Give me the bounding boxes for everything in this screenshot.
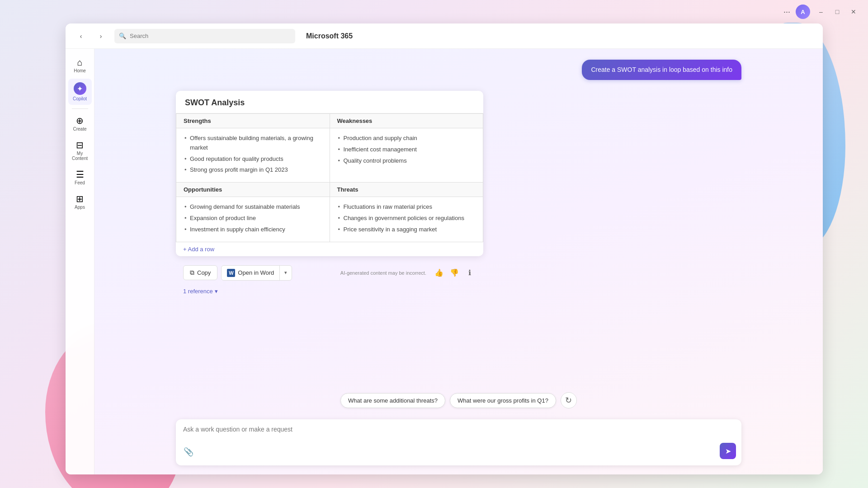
main-content: Create a SWOT analysis in loop based on … — [94, 49, 823, 474]
sidebar-label-feed: Feed — [75, 180, 85, 185]
list-item: Production and supply chain — [337, 134, 476, 143]
swot-card: SWOT Analysis Strengths Weaknesses — [176, 91, 483, 256]
input-area: 📎 ➤ — [94, 414, 823, 474]
strengths-cell: Offers sustainable building materials, a… — [176, 128, 330, 183]
minimize-button[interactable]: – — [816, 6, 826, 17]
card-actions: ⧉ Copy W Open in Word ▾ — [176, 262, 483, 286]
sidebar-label-create: Create — [73, 127, 86, 131]
search-icon: 🔍 — [119, 33, 126, 39]
suggestion-chip-1[interactable]: What were our gross profits in Q1? — [450, 393, 556, 408]
title-bar: ··· A – □ ✕ — [0, 0, 868, 23]
list-item: Inefficient cost management — [337, 145, 476, 155]
window-topbar: ‹ › 🔍 Microsoft 365 — [66, 23, 823, 49]
list-item: Good reputation for quality products — [184, 155, 322, 164]
user-message: Create a SWOT analysis in loop based on … — [582, 60, 741, 80]
open-in-word-button[interactable]: W Open in Word ▾ — [221, 265, 292, 281]
feedback-icons: AI-generated content may be incorrect. 👍… — [340, 267, 476, 279]
open-word-label: Open in Word — [238, 269, 274, 276]
sidebar-item-my-content[interactable]: ⊟ My Content — [68, 137, 92, 164]
swot-title: SWOT Analysis — [176, 91, 483, 113]
sidebar-item-copilot[interactable]: ✦ Copilot — [68, 79, 92, 105]
copy-icon: ⧉ — [190, 269, 194, 277]
sidebar-item-feed[interactable]: ☰ Feed — [68, 166, 92, 189]
nav-forward-button[interactable]: › — [94, 30, 107, 42]
list-item: Quality control problems — [337, 156, 476, 166]
strengths-header: Strengths — [176, 114, 330, 128]
word-icon: W — [227, 269, 235, 277]
more-options-button[interactable]: ··· — [783, 7, 790, 17]
reference-chevron-icon: ▾ — [215, 288, 218, 295]
reference-row[interactable]: 1 reference ▾ — [176, 286, 483, 300]
reference-label: 1 reference — [183, 288, 213, 295]
swot-table: Strengths Weaknesses Offers sustainable … — [176, 113, 483, 242]
window-body: ⌂ Home ✦ Copilot ⊕ Create ⊟ My Content ☰… — [66, 49, 823, 474]
refresh-suggestions-button[interactable]: ↻ — [561, 392, 577, 408]
input-row — [176, 419, 741, 441]
threats-header: Threats — [330, 183, 483, 197]
sidebar-item-create[interactable]: ⊕ Create — [68, 113, 92, 135]
ai-disclaimer: AI-generated content may be incorrect. — [340, 270, 426, 276]
sidebar-label-copilot: Copilot — [73, 96, 87, 101]
close-button[interactable]: ✕ — [848, 6, 859, 17]
strengths-list: Offers sustainable building materials, a… — [184, 134, 322, 175]
sidebar: ⌂ Home ✦ Copilot ⊕ Create ⊟ My Content ☰… — [66, 49, 94, 474]
sidebar-divider — [72, 108, 88, 109]
main-window: ‹ › 🔍 Microsoft 365 ⌂ Home ✦ Copilot ⊕ C… — [66, 23, 823, 474]
avatar-initial: A — [801, 9, 805, 15]
chat-input[interactable] — [176, 419, 741, 439]
list-item: Investment in supply chain efficiency — [184, 225, 322, 235]
search-input[interactable] — [130, 33, 291, 39]
send-button[interactable]: ➤ — [720, 443, 736, 459]
list-item: Expansion of product line — [184, 214, 322, 223]
open-word-chevron[interactable]: ▾ — [280, 267, 292, 279]
weaknesses-cell: Production and supply chain Inefficient … — [330, 128, 483, 183]
weaknesses-list: Production and supply chain Inefficient … — [337, 134, 476, 165]
feed-icon: ☰ — [76, 170, 84, 179]
chat-area: Create a SWOT analysis in loop based on … — [94, 49, 823, 387]
list-item: Fluctuations in raw material prices — [337, 202, 476, 212]
suggestion-chip-0[interactable]: What are some additional threats? — [340, 393, 445, 408]
maximize-button[interactable]: □ — [832, 6, 843, 17]
home-icon: ⌂ — [77, 58, 82, 67]
thumbs-up-button[interactable]: 👍 — [433, 267, 445, 279]
input-bottom: 📎 ➤ — [176, 441, 741, 465]
sidebar-label-home: Home — [74, 68, 86, 73]
sidebar-label-my-content: My Content — [70, 151, 90, 161]
threats-list: Fluctuations in raw material prices Chan… — [337, 202, 476, 234]
add-row-button[interactable]: + Add a row — [176, 242, 483, 256]
list-item: Price sensitivity in a sagging market — [337, 225, 476, 235]
info-button[interactable]: ℹ — [463, 267, 476, 279]
action-btn-group: ⧉ Copy W Open in Word ▾ — [183, 265, 292, 281]
opportunities-header: Opportunities — [176, 183, 330, 197]
opportunities-list: Growing demand for sustainable materials… — [184, 202, 322, 234]
nav-back-button[interactable]: ‹ — [75, 30, 87, 42]
title-bar-actions: ··· A – □ ✕ — [783, 5, 859, 19]
suggestions: What are some additional threats? What w… — [94, 387, 823, 414]
attach-button[interactable]: 📎 — [181, 445, 196, 459]
copy-button[interactable]: ⧉ Copy — [183, 265, 217, 280]
open-word-main[interactable]: W Open in Word — [222, 266, 280, 280]
list-item: Changes in government policies or regula… — [337, 214, 476, 223]
list-item: Offers sustainable building materials, a… — [184, 134, 322, 153]
copilot-icon: ✦ — [74, 82, 86, 95]
list-item: Growing demand for sustainable materials — [184, 202, 322, 212]
create-icon: ⊕ — [76, 116, 84, 125]
apps-icon: ⊞ — [76, 194, 84, 203]
ai-response: SWOT Analysis Strengths Weaknesses — [176, 91, 483, 300]
input-field-wrap — [176, 419, 741, 441]
thumbs-down-button[interactable]: 👎 — [448, 267, 461, 279]
weaknesses-header: Weaknesses — [330, 114, 483, 128]
input-box: 📎 ➤ — [176, 419, 741, 465]
copy-label: Copy — [197, 269, 211, 276]
sidebar-label-apps: Apps — [75, 205, 85, 210]
my-content-icon: ⊟ — [76, 141, 84, 150]
sidebar-item-apps[interactable]: ⊞ Apps — [68, 191, 92, 213]
avatar[interactable]: A — [796, 5, 810, 19]
opportunities-cell: Growing demand for sustainable materials… — [176, 197, 330, 242]
list-item: Strong gross profit margin in Q1 2023 — [184, 165, 322, 175]
sidebar-item-home[interactable]: ⌂ Home — [68, 54, 92, 77]
threats-cell: Fluctuations in raw material prices Chan… — [330, 197, 483, 242]
app-title: Microsoft 365 — [306, 32, 353, 40]
search-bar[interactable]: 🔍 — [114, 29, 295, 43]
